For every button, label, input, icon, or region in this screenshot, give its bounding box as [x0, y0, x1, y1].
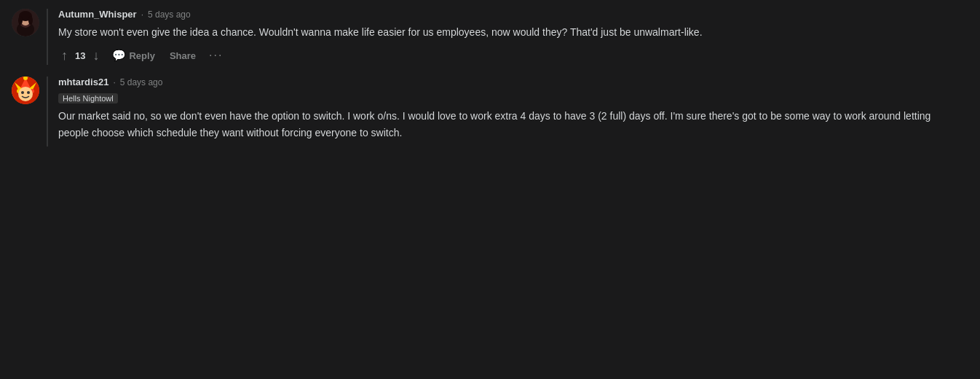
- svg-point-16: [27, 91, 30, 94]
- svg-point-14: [18, 87, 33, 101]
- avatar: [12, 77, 39, 104]
- svg-point-6: [28, 16, 33, 25]
- username: mhtardis21: [58, 77, 108, 87]
- more-options-button[interactable]: ···: [206, 47, 226, 63]
- vote-count: 13: [74, 50, 87, 61]
- username: Autumn_Whisper: [58, 9, 137, 20]
- comment-header: mhtardis21 · 5 days ago: [58, 77, 968, 87]
- comment-actions: ↑ 13 ↓ 💬 Reply Share ···: [58, 46, 968, 65]
- share-button[interactable]: Share: [165, 47, 200, 64]
- comment-item: Autumn_Whisper · 5 days ago My store won…: [12, 9, 968, 65]
- vote-section: ↑ 13 ↓: [58, 47, 102, 65]
- comment-time: 5 days ago: [120, 77, 163, 87]
- timestamp: ·: [141, 9, 143, 20]
- comment-text: My store won't even give the idea a chan…: [58, 24, 932, 40]
- more-icon: ···: [209, 49, 223, 61]
- comment-body: mhtardis21 · 5 days ago Hells Nightowl O…: [47, 77, 968, 146]
- downvote-button[interactable]: ↓: [90, 47, 102, 65]
- avatar: [12, 9, 39, 36]
- svg-point-5: [18, 16, 23, 25]
- comment-item: mhtardis21 · 5 days ago Hells Nightowl O…: [12, 77, 968, 146]
- reply-button[interactable]: 💬 Reply: [108, 46, 159, 65]
- comment-body: Autumn_Whisper · 5 days ago My store won…: [47, 9, 968, 65]
- comment-time: 5 days ago: [148, 9, 191, 20]
- upvote-icon: ↑: [61, 48, 68, 63]
- svg-point-15: [21, 91, 24, 94]
- upvote-button[interactable]: ↑: [58, 47, 71, 65]
- downvote-icon: ↓: [92, 48, 99, 63]
- comment-text: Our market said no, so we don't even hav…: [58, 108, 932, 141]
- timestamp: ·: [113, 77, 115, 87]
- reply-label: Reply: [129, 50, 154, 61]
- comments-container: Autumn_Whisper · 5 days ago My store won…: [0, 0, 980, 167]
- share-label: Share: [170, 50, 196, 61]
- comment-header: Autumn_Whisper · 5 days ago: [58, 9, 968, 20]
- reply-icon: 💬: [112, 49, 126, 62]
- user-flair: Hells Nightowl: [58, 93, 118, 103]
